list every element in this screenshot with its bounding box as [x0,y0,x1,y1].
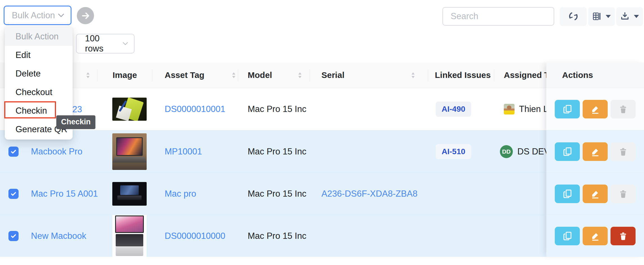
column-header-asset-tag[interactable]: Asset Tag [165,62,236,88]
edit-button[interactable] [583,142,608,161]
row-checkbox[interactable] [8,189,19,199]
sort-icon[interactable] [231,71,236,79]
row-checkbox[interactable] [8,231,19,241]
bulk-action-select-label: Bulk Action [12,10,55,21]
table-row: Macbook Pro MP10001 Mac Pro 15 Inc AI-51… [0,130,546,172]
edit-button[interactable] [583,227,608,245]
column-header-linked-issues: Linked Issues [435,62,491,88]
sort-icon[interactable] [410,71,416,79]
asset-name-link[interactable]: New Macbook [31,231,86,241]
delete-button-disabled[interactable] [611,142,636,161]
row-actions [546,215,644,257]
table-row: Mac Pro 15 A001 Mac pro Mac Pro 15 Inc A… [0,172,546,215]
caret-down-icon [633,14,639,19]
edit-button[interactable] [583,100,608,118]
column-header-actions: Actions [546,62,644,88]
column-header-model[interactable]: Model [248,62,303,88]
asset-image [112,215,147,257]
header-divider [310,69,310,82]
user-avatar-initials: DD [500,145,513,158]
duplicate-button[interactable] [555,185,580,203]
header-divider [152,69,152,82]
row-actions [546,172,644,215]
delete-button[interactable] [611,227,636,245]
duplicate-button[interactable] [555,227,580,245]
bulk-action-select[interactable]: Bulk Action [4,6,71,25]
asset-name-link[interactable]: Mac Pro 15 A001 [31,189,98,199]
column-header-serial[interactable]: Serial [321,62,416,88]
duplicate-button[interactable] [555,142,580,161]
chevron-down-icon [58,13,64,17]
column-header-label: Linked Issues [435,70,491,80]
column-header-name-sort[interactable] [85,62,91,88]
model-text: Mac Pro 15 Inc [248,231,306,241]
menu-item-bulk-action: Bulk Action [5,27,73,46]
delete-button-disabled[interactable] [611,185,636,203]
checkin-tooltip: Checkin [56,115,95,129]
column-settings-button[interactable] [588,7,615,26]
row-checkbox[interactable] [8,147,19,157]
row-actions [546,130,644,172]
column-header-label: Model [248,70,272,80]
rows-per-page-label: 100 rows [85,33,118,54]
asset-image [112,182,147,206]
laptop-trackpad [116,247,143,256]
apply-bulk-action-button[interactable] [77,7,94,24]
header-divider [97,69,97,82]
column-header-label: Image [113,70,137,80]
assigned-user-name: Thien Lu [519,104,546,114]
row-actions [546,88,644,130]
model-text: Mac Pro 15 Inc [248,189,306,199]
laptop-base [117,196,142,200]
actions-column: Actions [546,62,644,257]
sort-icon[interactable] [297,71,303,79]
duplicate-button[interactable] [555,100,580,118]
asset-tag-link[interactable]: MP10001 [165,147,202,157]
download-icon [620,11,630,21]
user-avatar [504,104,515,114]
asset-image [112,133,147,170]
refresh-button[interactable] [560,7,587,26]
serial-text: A236-DS6F-XDA8-ZBA8 [321,189,417,199]
column-header-image: Image [113,62,137,88]
laptop-screen [116,137,143,156]
search-input[interactable] [442,7,554,26]
asset-tag-link[interactable]: DS0000010000 [165,231,225,241]
asset-image [112,98,147,121]
model-text: Mac Pro 15 Inc [248,104,306,114]
chevron-down-icon [122,42,128,46]
header-divider [238,69,238,82]
column-header-label: Asset Tag [165,70,204,80]
menu-item-checkout[interactable]: Checkout [5,83,73,102]
table-columns-icon [592,11,602,21]
edit-button[interactable] [583,185,608,203]
linked-issue-badge[interactable]: AI-510 [436,144,471,159]
asset-name-link[interactable]: Macbook Pro [31,147,82,157]
asset-name-link[interactable]: 23 [72,104,82,114]
header-divider [494,69,494,82]
laptop-keyboard [116,234,143,246]
delete-button-disabled[interactable] [611,100,636,118]
column-header-label: Serial [321,70,345,80]
menu-item-edit[interactable]: Edit [5,46,73,64]
asset-tag-link[interactable]: Mac pro [165,189,196,199]
menu-item-delete[interactable]: Delete [5,64,73,83]
linked-issue-badge[interactable]: AI-490 [436,102,471,117]
caret-down-icon [605,14,611,19]
sort-icon[interactable] [85,71,91,79]
laptop-screen [120,185,139,195]
asset-manager-screen: Image Asset Tag Model Serial Linked Issu… [0,0,644,265]
export-button[interactable] [616,7,643,26]
asset-tag-link[interactable]: DS0000010001 [165,104,225,114]
assigned-user-name: DS DEV [517,147,546,157]
header-divider [428,69,428,82]
refresh-icon [568,11,579,22]
laptop-base [112,157,147,163]
laptop-screen [115,215,144,233]
arrow-right-icon [81,11,90,21]
model-text: Mac Pro 15 Inc [248,147,306,157]
rows-per-page-select[interactable]: 100 rows [76,34,135,53]
table-row: New Macbook DS0000010000 Mac Pro 15 Inc [0,215,546,257]
column-header-label: Actions [562,70,593,80]
